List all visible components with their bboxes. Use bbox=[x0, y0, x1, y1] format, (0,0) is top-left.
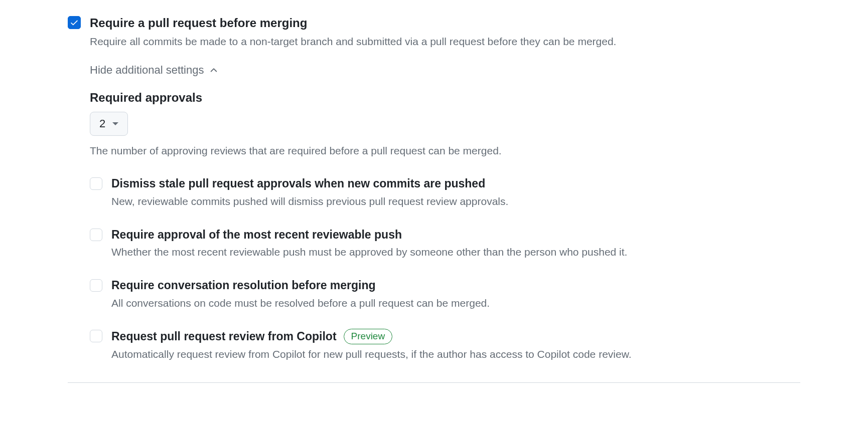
copilot-review-title: Request pull request review from Copilot bbox=[111, 329, 337, 344]
hide-additional-settings-toggle[interactable]: Hide additional settings bbox=[90, 64, 800, 77]
dismiss-stale-description: New, reviewable commits pushed will dism… bbox=[111, 193, 800, 209]
require-pr-description: Require all commits be made to a non-tar… bbox=[90, 34, 800, 50]
copilot-review-description: Automatically request review from Copilo… bbox=[111, 346, 800, 362]
require-recent-push-checkbox[interactable] bbox=[90, 229, 102, 241]
require-pr-title: Require a pull request before merging bbox=[90, 15, 800, 31]
preview-badge: Preview bbox=[344, 329, 393, 344]
required-approvals-select[interactable]: 2 bbox=[90, 112, 128, 136]
required-approvals-help: The number of approving reviews that are… bbox=[90, 143, 800, 159]
copilot-review-checkbox[interactable] bbox=[90, 330, 102, 342]
dismiss-stale-checkbox[interactable] bbox=[90, 177, 102, 190]
require-recent-push-title: Require approval of the most recent revi… bbox=[111, 228, 402, 243]
require-pr-checkbox[interactable] bbox=[68, 16, 81, 29]
section-divider bbox=[68, 382, 800, 383]
required-approvals-title: Required approvals bbox=[90, 91, 800, 105]
require-conversation-checkbox[interactable] bbox=[90, 279, 102, 292]
caret-down-icon bbox=[112, 122, 118, 125]
chevron-up-icon bbox=[209, 65, 219, 75]
require-recent-push-description: Whether the most recent reviewable push … bbox=[111, 244, 800, 260]
checkmark-icon bbox=[70, 18, 79, 27]
dismiss-stale-title: Dismiss stale pull request approvals whe… bbox=[111, 176, 485, 191]
toggle-label: Hide additional settings bbox=[90, 64, 204, 77]
require-conversation-title: Require conversation resolution before m… bbox=[111, 278, 376, 293]
required-approvals-value: 2 bbox=[99, 117, 105, 130]
require-conversation-description: All conversations on code must be resolv… bbox=[111, 295, 800, 311]
